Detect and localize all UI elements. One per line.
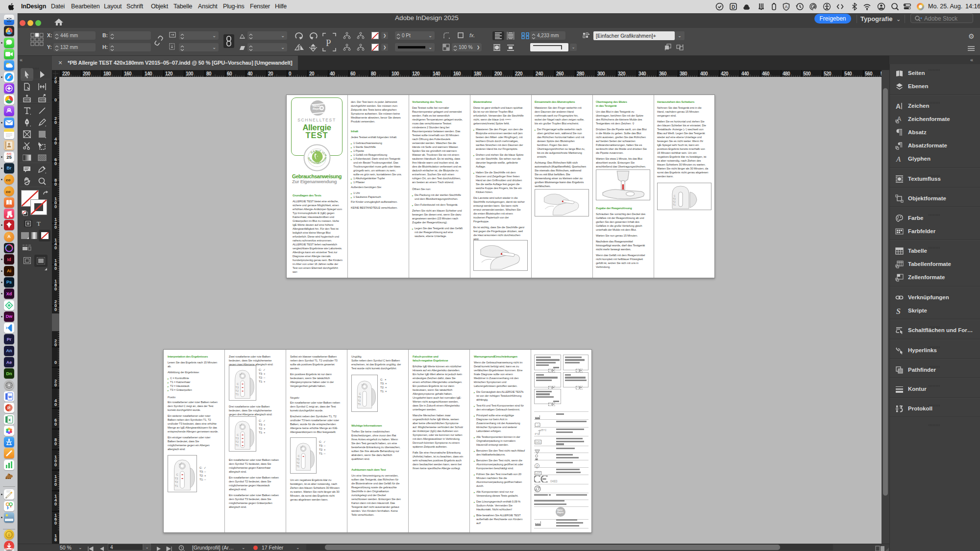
svg-text:T1: T1 bbox=[236, 444, 239, 447]
svg-text:T1: T1 bbox=[296, 465, 299, 468]
svg-text:2: 2 bbox=[536, 464, 538, 468]
svg-text:A: A bbox=[896, 102, 901, 110]
svg-text:C: C bbox=[359, 392, 361, 395]
svg-text:C: C bbox=[176, 473, 178, 476]
svg-text:i: i bbox=[538, 424, 539, 427]
svg-text:T3: T3 bbox=[236, 437, 239, 440]
svg-text:IVD: IVD bbox=[536, 441, 541, 444]
svg-text:A: A bbox=[896, 155, 901, 163]
svg-text:co: co bbox=[6, 190, 10, 194]
svg-text:T3: T3 bbox=[175, 477, 178, 480]
svg-text:T2: T2 bbox=[236, 440, 239, 443]
svg-text:25°C: 25°C bbox=[540, 429, 546, 431]
svg-text:C: C bbox=[237, 433, 239, 436]
svg-text:P: P bbox=[7, 406, 10, 410]
svg-text:S: S bbox=[896, 307, 901, 315]
svg-text:D: D bbox=[732, 4, 735, 10]
svg-text:T2: T2 bbox=[175, 480, 178, 483]
svg-text:T1: T1 bbox=[236, 393, 239, 396]
svg-text:i: i bbox=[8, 532, 10, 537]
svg-text:T2: T2 bbox=[358, 399, 361, 402]
svg-text:x: x bbox=[8, 417, 11, 422]
svg-text:T3: T3 bbox=[358, 396, 361, 399]
svg-text:P: P bbox=[326, 38, 331, 48]
svg-text:co: co bbox=[6, 178, 10, 182]
svg-text:LOT: LOT bbox=[536, 472, 540, 475]
svg-text:T1: T1 bbox=[358, 403, 361, 406]
svg-text:C: C bbox=[298, 455, 300, 457]
svg-text:T2: T2 bbox=[236, 389, 239, 392]
svg-text:T3: T3 bbox=[296, 458, 299, 461]
svg-text:T1: T1 bbox=[673, 203, 676, 206]
svg-text:T3: T3 bbox=[236, 386, 239, 389]
svg-text:A: A bbox=[785, 4, 788, 9]
svg-text:4°C: 4°C bbox=[535, 432, 539, 435]
svg-text:C: C bbox=[237, 383, 239, 385]
svg-text:T2: T2 bbox=[296, 461, 299, 464]
svg-text:w: w bbox=[8, 394, 12, 399]
svg-text:T1: T1 bbox=[175, 484, 178, 487]
